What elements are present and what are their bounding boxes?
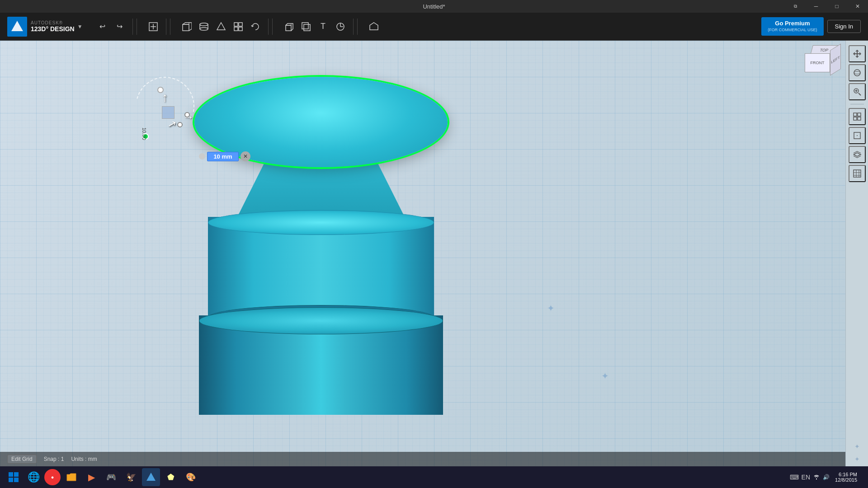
svg-rect-33: [854, 113, 857, 116]
new-object-group: [141, 19, 166, 35]
svg-line-30: [859, 93, 861, 95]
cube-object-button[interactable]: [281, 19, 297, 35]
view-button[interactable]: [366, 19, 382, 35]
rp-grid-button[interactable]: [849, 165, 866, 182]
folder-icon: [66, 473, 77, 482]
view-cube[interactable]: TOP FRONT LEFT: [805, 45, 841, 81]
menubar: AUTODESK® 123D° DESIGN ▼ ↩ ↪: [0, 13, 868, 41]
titlebar: Untitled* ⧉ ─ □ ✕: [0, 0, 868, 13]
orbit-icon: [853, 68, 862, 77]
gizmo-diag-handle[interactable]: [177, 122, 183, 127]
taskbar-minecraft[interactable]: 🎮: [102, 468, 120, 486]
taskbar-paint[interactable]: 🎨: [182, 468, 200, 486]
toolbar-separator-2: [170, 19, 170, 35]
taskbar-winbutton[interactable]: [5, 468, 23, 486]
snap-star-2: ✦: [601, 371, 609, 381]
viewport[interactable]: ↑ → ↗ 10 mm ✕ 10.00 ✦ ✦: [0, 41, 845, 466]
volume-icon[interactable]: 🔊: [823, 474, 830, 480]
wifi-icon: [813, 473, 820, 480]
undo-redo-group: ↩ ↪: [90, 19, 133, 35]
bottom-cylinder-top-ellipse[interactable]: [199, 307, 443, 334]
taskbar-bird[interactable]: 🦅: [122, 468, 140, 486]
rp-snap-star-2[interactable]: ✦: [854, 455, 860, 463]
cylinder-shape-icon: [199, 22, 209, 32]
svg-rect-44: [9, 472, 13, 477]
undo-button[interactable]: ↩: [94, 19, 111, 35]
edit-grid-button[interactable]: Edit Grid: [7, 455, 37, 464]
dimension-close-button[interactable]: ✕: [241, 151, 250, 161]
rp-zoom-button[interactable]: [849, 83, 866, 100]
boolean-button[interactable]: [298, 19, 314, 35]
redo-button[interactable]: ↪: [112, 19, 128, 35]
go-premium-sub: (FOR COMMERCIAL USE): [768, 28, 817, 33]
taskbar-sticky[interactable]: ⬟: [162, 468, 180, 486]
rp-layers-button[interactable]: [849, 146, 866, 163]
restore-button[interactable]: ⧉: [785, 0, 806, 13]
snap-value: : 1: [58, 456, 64, 462]
toolbar: ↩ ↪: [90, 19, 762, 35]
rp-fitview-button[interactable]: [849, 108, 866, 125]
grid-shape-button[interactable]: [230, 19, 246, 35]
system-clock: 6:16 PM 12/8/2015: [835, 472, 857, 483]
view-icon: [369, 22, 379, 32]
box-shape-button[interactable]: [179, 19, 195, 35]
rp-move-button[interactable]: [849, 45, 866, 62]
logo-dropdown[interactable]: ▼: [77, 23, 83, 30]
svg-point-28: [854, 71, 860, 74]
minimize-button[interactable]: ─: [806, 0, 826, 13]
taskbar-123d[interactable]: [142, 468, 160, 486]
text-button[interactable]: T: [315, 19, 331, 35]
zoom-icon: [853, 87, 862, 96]
prism-shape-button[interactable]: [213, 19, 229, 35]
window-title: Untitled*: [423, 3, 445, 10]
move-icon: [853, 49, 862, 58]
maximize-button[interactable]: □: [826, 0, 847, 13]
taskbar-chrome[interactable]: ●: [44, 469, 61, 485]
right-panel: ✦ ✦: [845, 41, 868, 466]
close-button[interactable]: ✕: [847, 0, 868, 13]
vertical-dimension-label: 10.00: [142, 127, 147, 140]
taskbar-media[interactable]: ▶: [82, 468, 100, 486]
cube-object-icon: [284, 22, 294, 32]
network-icon[interactable]: [813, 473, 820, 482]
keyboard-icon[interactable]: ⌨: [790, 474, 799, 481]
gizmo-box-handle[interactable]: [162, 106, 175, 119]
view-group: [361, 19, 387, 35]
viewport-bottom-bar: Edit Grid Snap : 1 Units : mm: [0, 452, 845, 466]
time-display: 6:16 PM: [835, 472, 857, 477]
rp-perspective-button[interactable]: [849, 127, 866, 144]
rotate-icon: [250, 22, 260, 32]
taskbar-right: ⌨ EN 🔊 6:16 PM 12/8/2015: [790, 472, 864, 483]
go-premium-button[interactable]: Go Premium (FOR COMMERCIAL USE): [761, 17, 823, 36]
rp-rotate-button[interactable]: [849, 64, 866, 81]
fit-view-icon: [853, 112, 862, 121]
sign-in-button[interactable]: Sign In: [827, 20, 861, 33]
cylinder-shape-button[interactable]: [196, 19, 212, 35]
gizmo-right-handle[interactable]: [184, 112, 190, 117]
units-value: : mm: [85, 456, 97, 462]
gizmo-top-handle[interactable]: [157, 87, 164, 93]
mid-cylinder-top-ellipse[interactable]: [208, 210, 434, 235]
taskbar-globe[interactable]: 🌐: [24, 468, 42, 486]
svg-rect-47: [14, 478, 19, 482]
gizmo-up-arrow[interactable]: ↑: [162, 90, 168, 105]
restore-icon: ⧉: [794, 4, 797, 9]
svg-rect-4: [183, 24, 189, 31]
svg-rect-35: [854, 117, 857, 120]
measure-button[interactable]: [332, 19, 349, 35]
svg-marker-11: [217, 23, 225, 30]
language-icon[interactable]: EN: [802, 474, 810, 481]
taskbar-folder[interactable]: [62, 468, 80, 486]
svg-rect-12: [234, 23, 238, 26]
svg-point-27: [854, 70, 860, 76]
new-object-button[interactable]: [145, 19, 161, 35]
svg-rect-34: [858, 113, 861, 116]
logo-area[interactable]: AUTODESK® 123D° DESIGN ▼: [0, 17, 90, 37]
rotate-button[interactable]: [247, 19, 264, 35]
rp-snap-star-1[interactable]: ✦: [854, 443, 860, 450]
autodesk-logo: [7, 17, 27, 37]
dimension-value-input[interactable]: 10 mm: [207, 152, 239, 161]
svg-rect-15: [239, 27, 242, 31]
svg-rect-39: [854, 170, 861, 177]
viewcube-front[interactable]: FRONT: [805, 53, 830, 72]
